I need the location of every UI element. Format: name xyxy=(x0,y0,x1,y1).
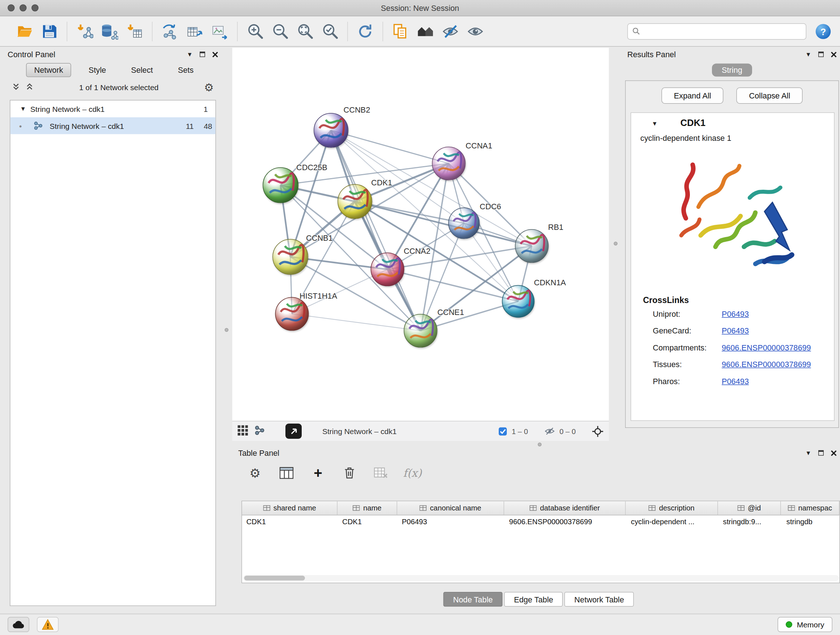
collapse-all-button[interactable]: Collapse All xyxy=(737,88,803,104)
network-collection-row[interactable]: ▼ String Network – cdk1 1 xyxy=(11,101,216,118)
save-session-button[interactable] xyxy=(37,19,62,43)
cloud-status-button[interactable] xyxy=(8,617,29,632)
expand-all-button[interactable]: Expand All xyxy=(661,88,723,104)
import-table-file-button[interactable] xyxy=(122,19,147,43)
refresh-view-button[interactable] xyxy=(353,19,378,43)
tab-node-table[interactable]: Node Table xyxy=(443,592,502,607)
close-panel-icon[interactable] xyxy=(831,450,837,456)
column-header[interactable]: canonical name xyxy=(397,501,504,515)
tab-select[interactable]: Select xyxy=(123,64,160,77)
column-header[interactable]: database identifier xyxy=(504,501,626,515)
show-columns-button[interactable] xyxy=(278,467,296,480)
copy-button[interactable] xyxy=(388,19,413,43)
table-cell[interactable]: stringdb:9... xyxy=(719,516,782,530)
crosslink-link[interactable]: P06493 xyxy=(722,309,749,318)
panel-menu-icon[interactable]: ▼ xyxy=(187,51,193,57)
network-node-cdc25b[interactable] xyxy=(263,167,298,203)
create-column-button[interactable]: + xyxy=(309,466,327,480)
memory-button[interactable]: Memory xyxy=(778,617,832,632)
export-image-button[interactable] xyxy=(207,19,232,43)
network-node-ccna1[interactable] xyxy=(432,147,466,180)
close-panel-icon[interactable] xyxy=(831,51,837,57)
network-options-gear-icon[interactable]: ⚙ xyxy=(204,82,214,93)
column-header[interactable]: shared name xyxy=(242,501,338,515)
table-cell[interactable]: CDK1 xyxy=(242,516,338,530)
network-node-cdc6[interactable] xyxy=(448,207,480,239)
gene-collapse-caret-icon[interactable]: ▼ xyxy=(652,120,658,126)
search-input[interactable] xyxy=(644,27,802,35)
column-header[interactable]: name xyxy=(338,501,397,515)
network-edge[interactable] xyxy=(387,269,518,302)
minimize-window-button[interactable] xyxy=(19,4,27,11)
network-node-ccne1[interactable] xyxy=(404,314,437,348)
network-node-ccnb2[interactable] xyxy=(314,113,348,148)
tab-edge-table[interactable]: Edge Table xyxy=(504,592,563,607)
panel-menu-icon[interactable]: ▼ xyxy=(805,51,811,57)
open-session-button[interactable] xyxy=(12,19,37,43)
tab-string[interactable]: String xyxy=(712,64,752,77)
network-edge[interactable] xyxy=(355,202,532,246)
vertical-splitter-handle[interactable] xyxy=(614,242,618,246)
float-panel-icon[interactable] xyxy=(200,52,205,57)
tab-sets[interactable]: Sets xyxy=(171,64,202,77)
zoom-out-button[interactable] xyxy=(268,19,293,43)
delete-column-button[interactable] xyxy=(340,467,359,480)
crosslink-link[interactable]: P06493 xyxy=(722,377,749,385)
maximize-window-button[interactable] xyxy=(32,4,39,11)
crosslink-link[interactable]: 9606.ENSP00000378699 xyxy=(722,343,811,352)
import-network-file-button[interactable] xyxy=(73,19,97,43)
warnings-button[interactable] xyxy=(37,617,58,632)
close-panel-icon[interactable] xyxy=(212,51,218,57)
network-node-ccna2[interactable] xyxy=(371,253,404,287)
network-edge[interactable] xyxy=(331,130,421,331)
table-horizontal-scrollbar[interactable] xyxy=(243,575,839,581)
expand-all-networks-icon[interactable] xyxy=(26,82,34,92)
zoom-in-button[interactable] xyxy=(243,19,268,43)
search-box[interactable] xyxy=(627,23,806,40)
column-header[interactable]: namespac xyxy=(781,501,839,515)
export-table-button[interactable] xyxy=(182,19,207,43)
table-cell[interactable]: CDK1 xyxy=(338,516,398,530)
crosslink-link[interactable]: P06493 xyxy=(722,326,749,335)
horizontal-splitter-handle[interactable] xyxy=(538,443,542,447)
network-node-ccnb1[interactable] xyxy=(272,239,308,275)
network-node-rb1[interactable] xyxy=(515,229,549,263)
network-node-cdk1[interactable] xyxy=(338,184,372,219)
clone-network-button[interactable] xyxy=(157,19,182,43)
table-cell[interactable]: P06493 xyxy=(398,516,505,530)
network-share-icon[interactable] xyxy=(255,425,265,437)
collapse-all-networks-icon[interactable] xyxy=(12,82,20,92)
network-edge[interactable] xyxy=(292,314,421,331)
table-cell[interactable]: cyclin-dependent ... xyxy=(627,516,719,530)
float-panel-icon[interactable] xyxy=(818,450,824,456)
close-window-button[interactable] xyxy=(8,4,15,11)
crosslink-link[interactable]: 9606.ENSP00000378699 xyxy=(722,360,811,369)
grid-view-icon[interactable] xyxy=(238,425,248,437)
scrollbar-thumb[interactable] xyxy=(244,576,305,581)
table-row[interactable]: CDK1CDK1P064939606.ENSP00000378699cyclin… xyxy=(242,516,840,530)
tab-style[interactable]: Style xyxy=(81,64,114,77)
panel-menu-icon[interactable]: ▼ xyxy=(805,450,811,456)
tab-network-table[interactable]: Network Table xyxy=(565,592,634,607)
birds-eye-view-button[interactable] xyxy=(413,19,438,43)
collection-caret-icon[interactable]: ▼ xyxy=(20,106,26,112)
network-node-hist1h1a[interactable] xyxy=(275,297,309,331)
network-node-cdkn1a[interactable] xyxy=(502,285,535,318)
hide-annotations-button[interactable] xyxy=(438,19,463,43)
table-options-gear-icon[interactable]: ⚙ xyxy=(246,467,264,479)
zoom-fit-button[interactable] xyxy=(293,19,317,43)
help-button[interactable]: ? xyxy=(814,22,832,41)
table-cell[interactable]: 9606.ENSP00000378699 xyxy=(505,516,627,530)
vertical-splitter-handle[interactable] xyxy=(225,328,229,332)
network-view-canvas[interactable]: CCNB2CCNA1CDC25BCDK1CDC6RB1CCNB1CCNA2CDK… xyxy=(232,48,609,421)
network-row[interactable]: ● String Network – cdk1 11 48 xyxy=(11,117,216,134)
hidden-eye-slash-icon[interactable] xyxy=(544,427,555,435)
show-graphics-details-button[interactable] xyxy=(463,19,488,43)
column-header[interactable]: @id xyxy=(718,501,781,515)
tab-network[interactable]: Network xyxy=(26,63,71,77)
open-in-new-window-button[interactable] xyxy=(286,424,302,439)
table-cell[interactable]: stringdb xyxy=(782,516,840,530)
import-network-database-button[interactable] xyxy=(97,19,122,43)
delete-table-button[interactable] xyxy=(372,467,390,479)
float-panel-icon[interactable] xyxy=(818,52,824,57)
